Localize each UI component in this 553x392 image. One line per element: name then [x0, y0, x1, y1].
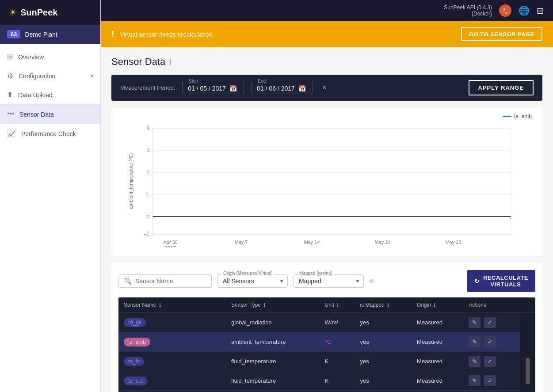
sensor-mapped-cell: yes [355, 352, 412, 371]
start-date-input[interactable]: Start 01 / 05 / 2017 📅 [182, 82, 244, 94]
table-row[interactable]: te_amb ambient_temperature °C yes Measur… [118, 332, 535, 352]
mapped-label: Mapped (yes/no) [298, 271, 334, 276]
sensor-section: 🔍 Origin (Measured/Virtual) All Sensors … [111, 263, 542, 392]
type-info-icon: ℹ [263, 302, 265, 308]
svg-text:2: 2 [146, 170, 149, 175]
sensor-table: Sensor Name ℹ Sensor Type ℹ Unit ℹ [118, 297, 535, 392]
sensor-actions-cell: ✎ ✓ [463, 332, 520, 352]
col-header-type: Sensor Type ℹ [226, 297, 320, 313]
logo-area: ☀ SunPeek [0, 0, 100, 25]
sensor-name-cell: te_out [118, 371, 226, 391]
page-content-area: ! Virtual sensor needs recalculation. GO… [101, 21, 553, 392]
calendar-end-icon: 📅 [298, 85, 306, 92]
configuration-icon: ⚙ [7, 72, 13, 80]
sensor-name-cell: te_amb [118, 332, 226, 352]
logo-sun-icon: ☀ [9, 7, 17, 18]
end-label: End [256, 79, 267, 84]
sensor-unit-cell: W/m² [320, 313, 355, 332]
check-sensor-button[interactable]: ✓ [484, 336, 496, 347]
edit-sensor-button[interactable]: ✎ [469, 336, 481, 347]
col-header-origin: Origin ℹ [412, 297, 463, 313]
svg-text:May 28: May 28 [445, 240, 461, 245]
alert-banner: ! Virtual sensor needs recalculation. GO… [101, 21, 553, 47]
start-label: Start [187, 79, 200, 84]
svg-text:−1: −1 [144, 232, 149, 237]
recalculate-virtuals-button[interactable]: ↻ RECALCULATEVIRTUALS [467, 270, 535, 292]
svg-text:4: 4 [146, 126, 149, 131]
sensor-name-cell: te_in [118, 352, 226, 371]
table-row[interactable]: te_out fluid_temperature K yes Measured … [118, 371, 535, 391]
sensor-chart: ambient_temperature [°C] 4 3 2 1 0 −1 Ap… [111, 115, 539, 247]
table-row[interactable]: rd_gti global_radiation W/m² yes Measure… [118, 313, 535, 332]
sensor-data-icon: 〜 [7, 110, 14, 119]
origin-select-wrap[interactable]: Origin (Measured/Virtual) All Sensors ▾ [217, 274, 288, 288]
plant-name: Demo Plant [25, 31, 57, 38]
sidebar-item-configuration[interactable]: ⚙ Configuration ▾ [0, 66, 100, 85]
sensor-type-cell: fluid_temperature [226, 371, 320, 391]
sensor-mapped-cell: yes [355, 313, 412, 332]
sensor-origin-cell: Measured [412, 352, 463, 371]
check-sensor-button[interactable]: ✓ [484, 356, 496, 367]
edit-sensor-button[interactable]: ✎ [469, 317, 481, 328]
col-header-actions: Actions [463, 297, 520, 313]
legend-line-icon [503, 116, 511, 117]
sidebar-item-sensor-data[interactable]: 〜 Sensor Data [0, 104, 100, 124]
sensor-type-cell: global_radiation [226, 313, 320, 332]
svg-text:0: 0 [146, 214, 149, 219]
mapped-select-wrap[interactable]: Mapped (yes/no) Mapped ▾ [293, 274, 364, 288]
svg-text:Apr 30: Apr 30 [163, 240, 177, 245]
scrollbar-header [520, 297, 535, 313]
origin-info-icon: ℹ [434, 302, 435, 308]
svg-text:May 7: May 7 [235, 240, 248, 245]
chart-area: te_amb ambient_temperature [°C] 4 3 2 1 … [111, 108, 542, 256]
info-icon: ℹ [169, 58, 172, 66]
sidebar-item-overview[interactable]: ⊞ Overview [0, 47, 100, 66]
recalc-icon: ↻ [474, 278, 480, 285]
apply-range-button[interactable]: APPLY RANGE [469, 80, 534, 95]
sensor-unit-cell: °C [320, 332, 355, 352]
table-row[interactable]: te_in fluid_temperature K yes Measured ✎… [118, 352, 535, 371]
svg-text:May 21: May 21 [374, 240, 390, 245]
sensor-search-wrap[interactable]: 🔍 [118, 274, 212, 288]
upload-icon: ⬆ [7, 91, 13, 99]
col-header-mapped: is Mapped ℹ [355, 297, 412, 313]
sensor-origin-cell: Measured [412, 332, 463, 352]
sidebar-item-data-upload[interactable]: ⬆ Data Upload [0, 85, 100, 104]
bug-icon[interactable]: 🐛 [499, 4, 511, 17]
clear-date-button[interactable]: × [322, 83, 327, 92]
check-sensor-button[interactable]: ✓ [484, 317, 496, 328]
globe-icon[interactable]: 🌐 [519, 5, 530, 16]
end-date-input[interactable]: End 01 / 06 / 2017 📅 [251, 82, 313, 94]
edit-sensor-button[interactable]: ✎ [469, 356, 481, 367]
sidebar-item-performance-check[interactable]: 📈 Performance Check [0, 124, 100, 143]
table-header-row: Sensor Name ℹ Sensor Type ℹ Unit ℹ [118, 297, 535, 313]
recalc-label: RECALCULATEVIRTUALS [483, 274, 528, 288]
clear-filter-button[interactable]: × [369, 277, 374, 286]
svg-text:May 14: May 14 [304, 240, 320, 245]
start-date-value: 01 / 05 / 2017 [188, 85, 226, 92]
edit-sensor-button[interactable]: ✎ [469, 375, 481, 386]
check-sensor-button[interactable]: ✓ [484, 375, 496, 386]
chevron-down-icon: ▾ [91, 73, 93, 79]
sensor-unit-cell: K [320, 371, 355, 391]
go-to-sensor-page-button[interactable]: GO TO SENSOR PAGE [461, 27, 542, 41]
measurement-period-label: Measurement Period: [120, 84, 175, 91]
sensor-search-input[interactable] [135, 278, 206, 285]
warning-icon: ! [111, 29, 114, 39]
sensor-name-cell: rd_gti [118, 313, 226, 332]
sensor-actions-cell: ✎ ✓ [463, 371, 520, 391]
sidebar-nav: ⊞ Overview ⚙ Configuration ▾ ⬆ Data Uplo… [0, 44, 100, 392]
sensor-type-cell: ambient_temperature [226, 332, 320, 352]
legend-label: te_amb [514, 113, 532, 119]
performance-icon: 📈 [7, 129, 16, 138]
chart-legend: te_amb [503, 113, 532, 119]
origin-label: Origin (Measured/Virtual) [222, 271, 274, 276]
grid-icon[interactable]: ⊟ [537, 5, 544, 16]
svg-rect-19 [153, 128, 511, 234]
date-range-panel: Measurement Period: Start 01 / 05 / 2017… [111, 75, 542, 101]
sensor-actions-cell: ✎ ✓ [463, 391, 520, 392]
overview-icon: ⊞ [7, 53, 13, 61]
sidebar-item-sensor-data-label: Sensor Data [19, 111, 54, 118]
plant-selector[interactable]: 62 Demo Plant [0, 25, 100, 44]
table-row[interactable]: vf volume_flow m³/s yes Measured ✎ ✓ [118, 391, 535, 392]
